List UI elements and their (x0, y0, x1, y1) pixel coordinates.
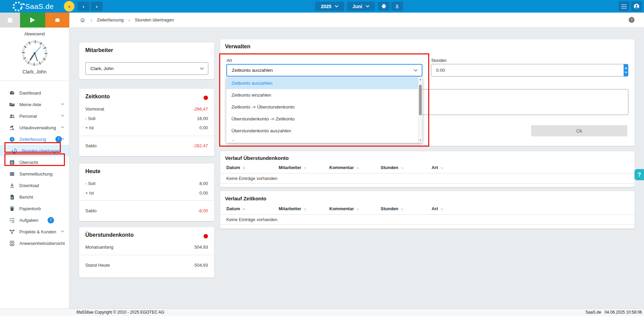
prev-period-button[interactable]: ‹ (77, 2, 89, 11)
sidebar: Abwesend Clark, John Dashboard Meine Akt… (0, 28, 69, 309)
dropdown-scrollbar[interactable]: ▲ ▼ (418, 77, 422, 143)
dropdown-option-5[interactable]: Überstundenkonto auszahlen (226, 125, 422, 137)
collapse-circle-button[interactable]: ‹ (64, 1, 74, 12)
trash-icon (9, 206, 15, 212)
column-header-art[interactable]: Art↑↓ (432, 206, 443, 211)
scroll-up-icon[interactable]: ▲ (418, 77, 422, 82)
footer-brand: SaaS.de (586, 310, 601, 315)
column-header-datum[interactable]: Datum↑≡ (226, 206, 245, 211)
art-selected-value: Zeitkonto auszahlen (232, 68, 273, 73)
column-header-kommentar[interactable]: Kommentar↑↓ (329, 165, 359, 170)
sidebar-nav: Dashboard Meine Akte Personal (0, 87, 69, 249)
chevron-down-icon (200, 67, 204, 70)
month-select[interactable]: Juni (347, 2, 375, 11)
sidebar-item-meine-akte[interactable]: Meine Akte (0, 99, 69, 110)
column-header-stunden[interactable]: Stunden↑↓ (381, 165, 403, 170)
sort-icon[interactable]: ↑↓ (440, 166, 443, 170)
breadcrumb-item-stunden-uebertragen[interactable]: Stunden übertragen (135, 17, 174, 22)
sort-icon[interactable]: ↑↓ (356, 207, 359, 211)
sidebar-item-anwesenheitsuebersicht[interactable]: Anwesenheitsübersicht (0, 237, 69, 249)
column-header-mitarbeiter[interactable]: Mitarbeiter↑↓ (279, 165, 306, 170)
sidebar-item-download[interactable]: Download (0, 180, 69, 191)
sidebar-item-aufgaben[interactable]: Aufgaben 7 (0, 214, 69, 226)
top-bar: SaaS.de ‹ ‹ › 2025 Juni (0, 0, 644, 13)
sidebar-item-urlaubsverwaltung[interactable]: Urlaubsverwaltung (0, 122, 69, 133)
print-button[interactable] (378, 2, 390, 11)
stunden-label: Stunden (431, 58, 447, 63)
floating-help-button[interactable]: ? (634, 169, 644, 180)
ok-button[interactable]: Ok (531, 125, 627, 136)
art-select[interactable]: Zeitkonto auszahlen (226, 64, 422, 77)
sort-icon[interactable]: ↑↓ (401, 207, 403, 211)
presence-status-label: Abwesend (0, 31, 69, 36)
chevron-down-icon (61, 126, 64, 129)
column-header-mitarbeiter[interactable]: Mitarbeiter↑↓ (279, 206, 306, 211)
dropdown-option-2[interactable]: Zeitkonto einzahlen (226, 89, 422, 101)
sort-asc-icon[interactable]: ↑≡ (242, 166, 245, 170)
sidebar-item-personal[interactable]: Personal (0, 110, 69, 122)
column-header-datum[interactable]: Datum↑≡ (226, 165, 245, 170)
home-icon[interactable] (80, 17, 86, 23)
sidebar-item-label: Personal (19, 114, 37, 119)
breadcrumb: › Zeiterfassung › Stunden übertragen ? (69, 13, 644, 28)
dropdown-option-4[interactable]: Überstundenkonto -> Zeitkonto (226, 113, 422, 125)
sort-icon[interactable]: ↑↓ (401, 166, 403, 170)
chevron-down-icon (366, 5, 369, 7)
sort-asc-icon[interactable]: ↑≡ (242, 207, 245, 211)
divider (220, 173, 634, 173)
scrollbar-thumb[interactable] (419, 85, 422, 115)
art-dropdown-list: Zeitkonto auszahlen Zeitkonto einzahlen … (226, 77, 422, 143)
sidebar-item-uebersicht[interactable]: Übersicht (0, 156, 69, 168)
sidebar-item-bericht[interactable]: Bericht (0, 191, 69, 203)
business-trip-button[interactable] (45, 13, 69, 28)
sidebar-item-stunden-uebertragen[interactable]: Stunden übertragen (0, 145, 69, 156)
sidebar-item-label: Zeiterfassung (19, 137, 46, 142)
play-button[interactable] (20, 13, 45, 28)
printer-icon (381, 3, 387, 9)
page-help-button[interactable]: ? (629, 17, 634, 23)
grid-icon (621, 4, 627, 9)
dropdown-option-clipped[interactable]: Überstundenkonto -> Zeitkonto (226, 137, 422, 141)
table-title: Verlauf Überstundenkonto (225, 155, 289, 161)
account-button[interactable] (631, 1, 642, 11)
scroll-down-icon[interactable]: ▼ (418, 138, 422, 143)
sidebar-item-papierkorb[interactable]: Papierkorb (0, 203, 69, 214)
sidebar-item-projekte-kunden[interactable]: Projekte & Kunden (0, 226, 69, 237)
divider (220, 183, 634, 184)
breadcrumb-item-zeiterfassung[interactable]: Zeiterfassung (97, 17, 124, 22)
sidebar-item-label: Sammelbuchung (19, 171, 53, 177)
sidebar-item-sammelbuchung[interactable]: Sammelbuchung (0, 168, 69, 180)
zeitkonto-row-ist: + Ist0,00 (85, 125, 208, 130)
sort-icon[interactable]: ↑↓ (440, 207, 443, 211)
column-header-kommentar[interactable]: Kommentar↑↓ (329, 206, 359, 211)
sidebar-item-dashboard[interactable]: Dashboard (0, 87, 69, 99)
card-title: Überstundenkonto (85, 232, 134, 238)
verlauf-ueberstundenkonto-card: Verlauf Überstundenkonto Datum↑≡ Mitarbe… (220, 151, 634, 187)
next-period-button[interactable]: › (91, 2, 103, 11)
sort-icon[interactable]: ↑↓ (303, 166, 306, 170)
dropdown-option-1[interactable]: Zeitkonto auszahlen (226, 77, 422, 89)
sort-icon[interactable]: ↑↓ (356, 166, 359, 170)
stack-icon (9, 171, 15, 177)
download-button[interactable] (391, 2, 403, 11)
stop-button[interactable] (0, 13, 20, 28)
table-title: Verlauf Zeitkonto (225, 196, 266, 201)
download-icon (394, 3, 400, 9)
dropdown-option-3[interactable]: Zeitkonto -> Überstundenkonto (226, 101, 422, 113)
empty-row: Keine Einträge vorhanden (226, 217, 277, 222)
app-logo: SaaS.de (10, 0, 54, 12)
stunden-spinner[interactable] (624, 64, 628, 76)
chevron-down-icon (414, 69, 418, 72)
current-user-name: Clark, John (0, 69, 69, 74)
mitarbeiter-select[interactable]: Clark, John (85, 62, 208, 75)
sidebar-item-zeiterfassung[interactable]: Zeiterfassung 7 (0, 133, 69, 145)
year-select[interactable]: 2025 (315, 2, 344, 11)
apps-grid-button[interactable] (619, 1, 629, 11)
stunden-input[interactable] (431, 64, 628, 77)
divider (220, 224, 634, 225)
logo-swirl-icon (10, 0, 27, 12)
history-icon (11, 148, 17, 154)
sort-icon[interactable]: ↑↓ (303, 207, 306, 211)
column-header-art[interactable]: Art↑↓ (432, 165, 443, 170)
column-header-stunden[interactable]: Stunden↑↓ (381, 206, 403, 211)
